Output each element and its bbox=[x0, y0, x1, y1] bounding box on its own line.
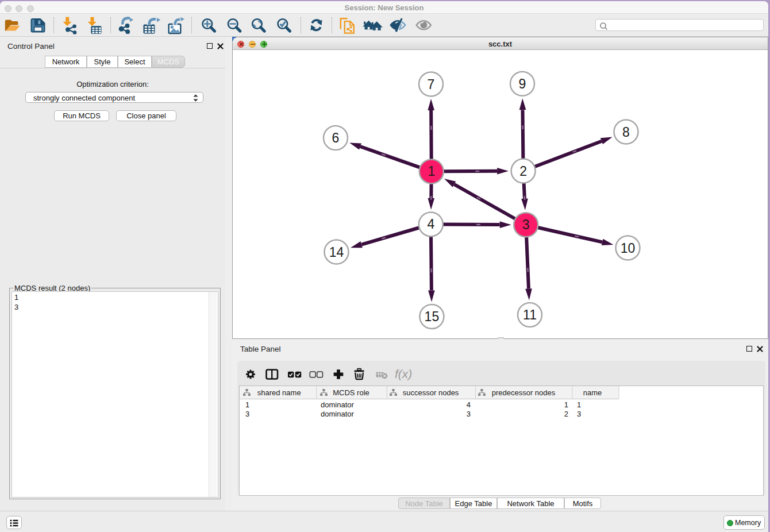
svg-text:f(x): f(x) bbox=[395, 367, 412, 380]
svg-text:predecessor nodes: predecessor nodes bbox=[492, 388, 556, 397]
svg-text:4: 4 bbox=[427, 217, 434, 232]
svg-text:10: 10 bbox=[621, 241, 636, 256]
svg-text:11: 11 bbox=[523, 307, 537, 322]
svg-text:3: 3 bbox=[467, 410, 471, 418]
svg-text:1: 1 bbox=[245, 400, 249, 409]
svg-text:7: 7 bbox=[428, 77, 435, 92]
svg-text:2: 2 bbox=[519, 164, 527, 179]
svg-text:3: 3 bbox=[577, 410, 581, 418]
svg-text:1: 1 bbox=[428, 164, 435, 179]
svg-text:2: 2 bbox=[564, 410, 568, 418]
svg-text:shared name: shared name bbox=[257, 388, 301, 397]
svg-text:1: 1 bbox=[577, 400, 581, 409]
svg-text:8: 8 bbox=[622, 125, 630, 140]
svg-text:MCDS role: MCDS role bbox=[333, 388, 369, 397]
svg-text:14: 14 bbox=[329, 245, 344, 260]
svg-text:successor nodes: successor nodes bbox=[403, 388, 459, 397]
svg-text:dominator: dominator bbox=[321, 400, 354, 409]
svg-text:1: 1 bbox=[564, 400, 568, 409]
svg-text:dominator: dominator bbox=[321, 410, 354, 418]
svg-text:3: 3 bbox=[245, 410, 249, 418]
svg-text:4: 4 bbox=[467, 400, 471, 409]
svg-text:3: 3 bbox=[522, 217, 530, 232]
svg-text:9: 9 bbox=[519, 76, 526, 91]
svg-text:15: 15 bbox=[425, 309, 440, 324]
svg-text:6: 6 bbox=[332, 130, 340, 145]
svg-text:name: name bbox=[583, 388, 602, 397]
